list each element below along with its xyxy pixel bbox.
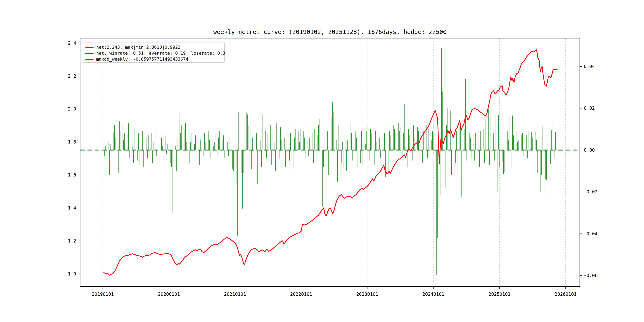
y-left-tick-label-1.6: 1.6 [68,172,76,178]
axis-tick-labels: 1.01.21.41.61.82.02.22.40.040.020.00−0.0… [68,40,598,297]
y-right-tick-label-4: −0.04 [584,231,598,236]
y-left-tick-label-2.4: 2.4 [68,40,76,46]
x-tick-label-20240101: 20240101 [422,292,444,297]
x-tick-label-20260101: 20260101 [554,292,576,297]
y-left-tick-label-2.0: 2.0 [68,106,76,112]
x-tick-label-20230101: 20230101 [356,292,378,297]
weekly-return-bars [103,48,557,275]
y-right-tick-label-5: −0.06 [584,273,598,278]
chart-title: weekly netret curve: (20190102, 20251128… [213,28,447,36]
figure-canvas: 1.01.21.41.61.82.02.22.40.040.020.00−0.0… [0,0,644,322]
x-tick-label-20200101: 20200101 [158,292,180,297]
legend-row-net: net:2.243, max|min:2.3613|0.9922 [85,44,224,50]
y-right-tick-label-0: 0.04 [584,64,595,69]
legend-label-winrate: net, winrate: 0.51, evenrate: 0.19, lose… [96,51,225,56]
legend-label-net: net:2.243, max|min:2.3613|0.9922 [96,45,180,50]
y-left-tick-label-1.8: 1.8 [68,139,76,144]
net-line-swatch-icon [85,47,94,48]
y-left-tick-label-1.2: 1.2 [68,238,76,244]
y-right-tick-label-2: 0.00 [584,148,595,153]
y-left-tick-label-1.4: 1.4 [68,205,76,210]
legend-row-winrate: net, winrate: 0.51, evenrate: 0.19, lose… [85,50,224,56]
maxdd-line-swatch-icon [85,59,94,60]
legend-box: net:2.243, max|min:2.3613|0.9922 net, wi… [83,42,225,63]
y-left-tick-label-2.2: 2.2 [68,74,76,79]
legend-label-maxdd: maxdd_weekly: -0.059757711493433674 [96,57,188,62]
legend-row-maxdd: maxdd_weekly: -0.059757711493433674 [85,56,224,62]
y-right-tick-label-3: −0.02 [584,189,598,194]
y-left-tick-label-1.0: 1.0 [68,271,76,276]
x-tick-label-20190101: 20190101 [92,292,114,297]
x-tick-label-20220101: 20220101 [290,292,312,297]
y-right-tick-label-1: 0.02 [584,106,595,111]
x-tick-label-20210101: 20210101 [224,292,246,297]
winrate-line-swatch-icon [85,53,94,54]
x-tick-label-20250101: 20250101 [488,292,510,297]
